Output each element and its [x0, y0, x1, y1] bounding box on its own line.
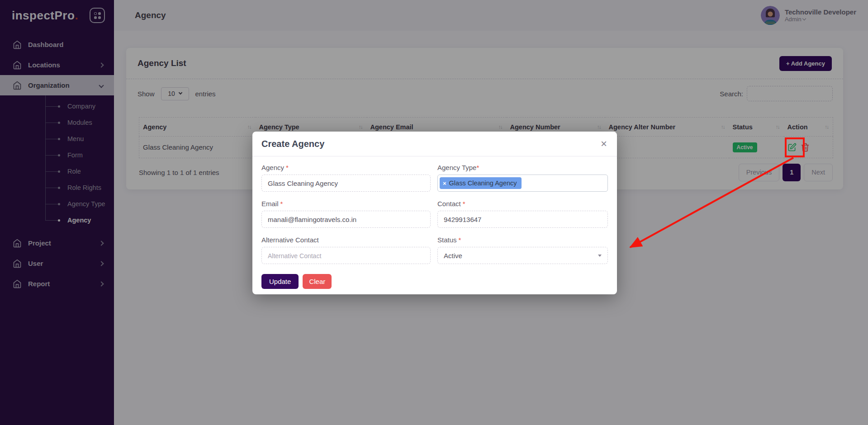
email-label: Email* — [261, 200, 431, 208]
contact-field: Contact* — [437, 200, 608, 228]
create-agency-modal: Create Agency × Agency* Agency Type* ×Gl… — [252, 132, 617, 294]
agency-label: Agency* — [261, 164, 431, 171]
email-field: Email* — [261, 200, 431, 228]
email-input[interactable] — [261, 211, 431, 228]
alternative-contact-field: Alternative Contact — [261, 236, 431, 264]
remove-tag-icon[interactable]: × — [443, 180, 446, 186]
status-field: Status* Active — [437, 236, 608, 264]
agency-type-multiselect[interactable]: ×Glass Cleaning Agency — [437, 175, 608, 192]
agency-field: Agency* — [261, 164, 431, 192]
tag-label: Glass Cleaning Agency — [449, 179, 517, 187]
update-button[interactable]: Update — [261, 274, 299, 289]
caret-down-icon — [598, 255, 602, 257]
contact-label: Contact* — [437, 200, 608, 208]
modal-title: Create Agency — [261, 139, 324, 149]
required-asterisk: * — [286, 164, 289, 171]
alternative-contact-input[interactable] — [261, 247, 431, 264]
status-select[interactable]: Active — [437, 247, 608, 264]
required-asterisk: * — [476, 164, 479, 171]
agency-type-label: Agency Type* — [437, 164, 608, 171]
contact-input[interactable] — [437, 211, 608, 228]
status-select-value: Active — [444, 252, 462, 260]
required-asterisk: * — [459, 236, 461, 244]
app-root: inspectPro. Dashboard Locations Organiza… — [0, 0, 868, 425]
status-label: Status* — [437, 236, 608, 244]
alternative-contact-label: Alternative Contact — [261, 236, 431, 244]
agency-type-field: Agency Type* ×Glass Cleaning Agency — [437, 164, 608, 192]
selected-tag: ×Glass Cleaning Agency — [440, 177, 522, 189]
required-asterisk: * — [280, 200, 283, 208]
close-icon[interactable]: × — [601, 138, 607, 149]
clear-button[interactable]: Clear — [303, 274, 332, 289]
modal-body: Agency* Agency Type* ×Glass Cleaning Age… — [252, 156, 617, 289]
modal-header: Create Agency × — [252, 132, 617, 156]
agency-input[interactable] — [261, 175, 431, 192]
required-asterisk: * — [463, 200, 465, 208]
